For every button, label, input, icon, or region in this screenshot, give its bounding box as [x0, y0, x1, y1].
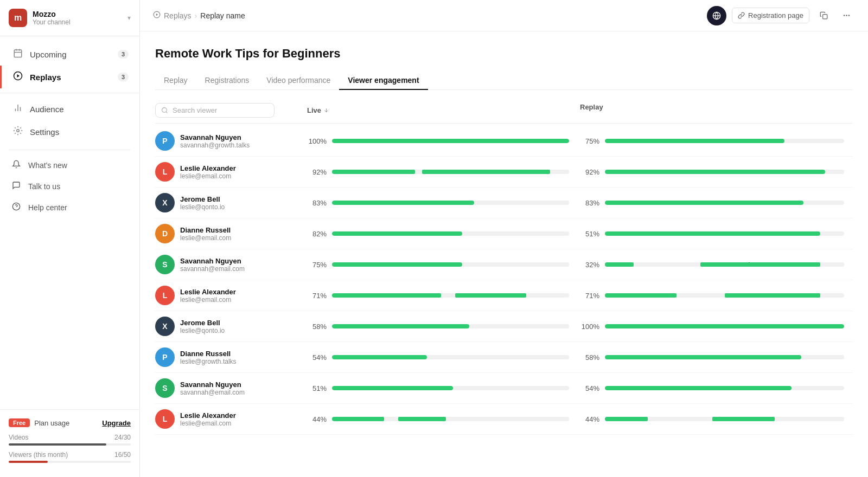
- breadcrumb-play-icon: [153, 11, 161, 21]
- viewer-email: savannah@email.com: [180, 265, 245, 273]
- channel-chevron[interactable]: ▾: [127, 14, 131, 22]
- tab-video-performance[interactable]: Video performance: [258, 72, 339, 90]
- upcoming-badge: 3: [118, 50, 129, 59]
- replay-engagement-cell: 92%: [580, 168, 853, 176]
- settings-label: Settings: [30, 127, 129, 137]
- viewer-name: Savannah Nguyen: [180, 133, 250, 141]
- svg-marker-13: [156, 13, 158, 16]
- viewer-email: leslie@email.com: [180, 234, 231, 242]
- sidebar-nav: Upcoming 3 Replays 3 Audience Settings: [0, 36, 139, 150]
- help-icon: [11, 202, 22, 212]
- tab-viewer-engagement[interactable]: Viewer engagement: [339, 72, 427, 90]
- table-row: SSavannah Nguyensavannah@email.com75%32%…: [155, 249, 853, 280]
- sidebar-item-audience[interactable]: Audience: [0, 98, 139, 120]
- viewer-info: LLeslie Alexanderleslie@email.com: [155, 409, 307, 429]
- svg-line-21: [166, 112, 167, 113]
- viewer-email: savannah@growth.talks: [180, 141, 250, 149]
- videos-label: Videos: [9, 434, 28, 441]
- sidebar-item-upcoming[interactable]: Upcoming 3: [0, 43, 139, 66]
- viewer-email: leslie@growth.talks: [180, 358, 237, 365]
- avatar: L: [155, 286, 175, 305]
- viewer-info: PDianne Russellleslie@growth.talks: [155, 347, 307, 367]
- copy-button[interactable]: [815, 7, 832, 24]
- viewers-value: 16/50: [114, 451, 131, 459]
- viewers-label: Viewers (this month): [9, 451, 68, 459]
- avatar: S: [155, 255, 175, 274]
- svg-point-17: [843, 15, 845, 16]
- table-row: LLeslie Alexanderleslie@email.com71%71%: [155, 280, 853, 311]
- registration-page-button[interactable]: Registration page: [732, 8, 809, 23]
- search-placeholder: Search viewer: [173, 106, 217, 114]
- svg-point-19: [848, 15, 850, 16]
- upcoming-label: Upcoming: [30, 50, 111, 59]
- sidebar-bottom-nav: What's new Talk to us Help center: [0, 150, 139, 222]
- sidebar-header: m Mozzo Your channel ▾: [0, 0, 139, 36]
- app-logo: m: [9, 9, 27, 27]
- replay-engagement-cell: 51%: [580, 230, 853, 238]
- replay-engagement-cell: 32% 41:03 – 47:26: [580, 261, 853, 269]
- avatar: P: [155, 131, 175, 151]
- replays-badge: 3: [118, 73, 129, 81]
- sidebar-item-settings[interactable]: Settings: [0, 120, 139, 143]
- upgrade-link[interactable]: Upgrade: [102, 419, 131, 427]
- replay-engagement-cell: 71%: [580, 292, 853, 300]
- viewer-info: LLeslie Alexanderleslie@email.com: [155, 286, 307, 305]
- sidebar-item-replays[interactable]: Replays 3: [0, 66, 139, 88]
- videos-usage-row: Videos 24/30: [9, 434, 131, 441]
- audience-label: Audience: [30, 105, 129, 114]
- play-icon: [12, 71, 23, 83]
- sidebar-item-talk-to-us[interactable]: Talk to us: [0, 176, 139, 197]
- viewer-email: leslie@qonto.io: [180, 203, 225, 211]
- tab-replay[interactable]: Replay: [155, 72, 196, 90]
- settings-icon: [12, 126, 23, 138]
- table-row: LLeslie Alexanderleslie@email.com44%44%: [155, 404, 853, 435]
- viewers-usage-bar: [9, 461, 131, 463]
- table-row: PDianne Russellleslie@growth.talks54%58%: [155, 342, 853, 373]
- table-row: LLeslie Alexanderleslie@email.com92%92%: [155, 157, 853, 188]
- live-engagement-cell: 44%: [307, 415, 580, 423]
- live-engagement-cell: 54%: [307, 353, 580, 362]
- viewer-name: Leslie Alexander: [180, 288, 236, 296]
- svg-point-20: [162, 108, 167, 113]
- more-button[interactable]: [838, 7, 855, 24]
- avatar: S: [155, 378, 175, 398]
- table-row: DDianne Russellleslie@email.com82%51%: [155, 218, 853, 249]
- tab-registrations[interactable]: Registrations: [196, 72, 258, 90]
- help-center-label: Help center: [28, 203, 67, 212]
- live-engagement-cell: 92%: [307, 168, 580, 176]
- viewer-name: Savannah Nguyen: [180, 257, 245, 265]
- table-row: XJerome Bellleslie@qonto.io83%83%: [155, 188, 853, 218]
- sidebar-item-help-center[interactable]: Help center: [0, 197, 139, 218]
- chat-icon: [11, 181, 22, 191]
- svg-point-9: [17, 130, 20, 132]
- search-box[interactable]: Search viewer: [155, 103, 275, 118]
- viewer-info: XJerome Bellleslie@qonto.io: [155, 317, 307, 336]
- plan-usage-label: Plan usage: [34, 419, 98, 427]
- sidebar: m Mozzo Your channel ▾ Upcoming 3 Replay…: [0, 0, 140, 477]
- viewer-info: DDianne Russellleslie@email.com: [155, 224, 307, 243]
- table-row: PSavannah Nguyensavannah@growth.talks100…: [155, 126, 853, 157]
- svg-rect-0: [14, 50, 22, 57]
- avatar: L: [155, 409, 175, 429]
- talk-to-us-label: Talk to us: [28, 182, 60, 191]
- viewer-name: Jerome Bell: [180, 319, 225, 327]
- col-replay-header: Replay: [580, 103, 853, 118]
- avatar: X: [155, 317, 175, 336]
- viewer-info: SSavannah Nguyensavannah@email.com: [155, 255, 307, 274]
- videos-value: 24/30: [114, 434, 131, 441]
- channel-name: Your channel: [33, 18, 122, 26]
- viewer-name: Dianne Russell: [180, 226, 231, 234]
- col-live-header: Live: [307, 103, 580, 118]
- avatar: P: [155, 347, 175, 367]
- live-engagement-cell: 75%: [307, 261, 580, 269]
- breadcrumb-separator: ›: [195, 11, 197, 20]
- viewer-email: savannah@email.com: [180, 389, 245, 396]
- breadcrumb-parent[interactable]: Replays: [164, 11, 192, 20]
- sidebar-brand: Mozzo Your channel: [33, 10, 122, 26]
- viewer-table: Search viewer Live Replay PSavannah Nguy…: [155, 103, 853, 435]
- viewer-info: XJerome Bellleslie@qonto.io: [155, 193, 307, 212]
- avatar: L: [155, 162, 175, 182]
- globe-button[interactable]: [707, 6, 726, 25]
- sidebar-item-whats-new[interactable]: What's new: [0, 154, 139, 176]
- viewer-info: LLeslie Alexanderleslie@email.com: [155, 162, 307, 182]
